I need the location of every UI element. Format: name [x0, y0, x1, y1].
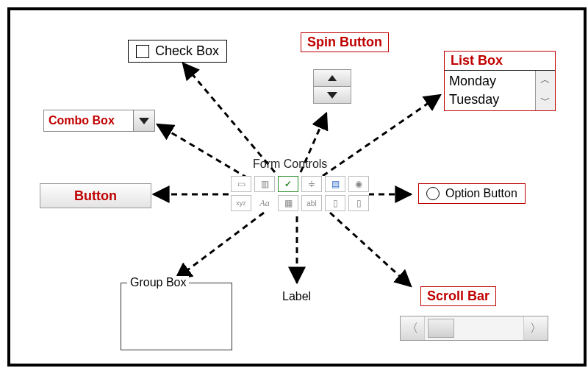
group-box-legend: Group Box — [127, 276, 189, 289]
checkbox-control[interactable]: Check Box — [128, 40, 227, 63]
svg-line-3 — [157, 124, 257, 183]
svg-line-0 — [183, 63, 275, 172]
svg-line-6 — [176, 213, 264, 279]
scroll-right-button[interactable]: 〉 — [524, 316, 548, 340]
radio-icon — [426, 187, 440, 200]
palette-option-icon[interactable]: ◉ — [348, 176, 369, 192]
palette-combobox-icon[interactable]: ▥ — [254, 176, 275, 192]
palette-checkbox-icon[interactable]: ✓ — [278, 176, 298, 192]
checkbox-label: Check Box — [155, 43, 219, 59]
listbox-control[interactable]: List Box Monday Tuesday ︿ ﹀ — [444, 51, 556, 111]
spin-button-label: Spin Button — [301, 32, 389, 52]
palette-groupbox-icon[interactable]: xyz — [231, 195, 251, 211]
palette-textfield-icon[interactable]: abl — [301, 195, 322, 211]
scroll-bar-control[interactable]: 〈 〉 — [400, 316, 548, 341]
button-label: Button — [74, 188, 117, 204]
button-control[interactable]: Button — [40, 183, 151, 208]
listbox-item[interactable]: Monday — [449, 72, 531, 91]
palette-label-icon[interactable]: Aa — [254, 195, 275, 211]
scroll-thumb[interactable] — [428, 319, 454, 338]
listbox-items: Monday Tuesday — [445, 71, 535, 110]
chevron-right-icon: 〉 — [530, 321, 542, 336]
form-controls-title: Form Controls — [253, 158, 327, 171]
label-text: Label — [282, 290, 311, 303]
chevron-down-icon: ﹀ — [540, 94, 551, 107]
svg-line-8 — [330, 213, 411, 286]
checkbox-icon — [136, 45, 149, 58]
palette-extra1-icon[interactable]: ▯ — [325, 195, 345, 211]
listbox-header: List Box — [445, 52, 555, 71]
palette-button-icon[interactable]: ▭ — [231, 176, 251, 192]
spin-down-button[interactable] — [314, 86, 351, 103]
listbox-scrollbar[interactable]: ︿ ﹀ — [535, 71, 555, 110]
svg-line-2 — [323, 95, 440, 176]
diagram-frame: Check Box Spin Button List Box Monday Tu… — [7, 7, 587, 367]
scroll-bar-label: Scroll Bar — [420, 286, 496, 306]
chevron-left-icon: 〈 — [406, 321, 418, 336]
combo-box-label: Combo Box — [44, 110, 133, 131]
form-controls-palette: ▭ ▥ ✓ ≑ ▤ ◉ xyz Aa ▦ abl ▯ ▯ — [231, 176, 369, 211]
scroll-track[interactable] — [424, 316, 524, 340]
triangle-down-icon — [327, 92, 337, 99]
palette-listbox-icon[interactable]: ▤ — [325, 176, 345, 192]
group-box-control: Group Box — [121, 283, 232, 350]
chevron-up-icon: ︿ — [540, 74, 551, 87]
spin-up-button[interactable] — [314, 70, 351, 86]
option-button-control[interactable]: Option Button — [418, 183, 526, 204]
option-button-label: Option Button — [445, 187, 517, 200]
spin-button-control[interactable] — [313, 69, 351, 104]
listbox-item[interactable]: Tuesday — [449, 91, 531, 109]
triangle-down-icon — [139, 118, 149, 124]
palette-extra2-icon[interactable]: ▯ — [348, 195, 369, 211]
combo-box-control[interactable]: Combo Box — [43, 110, 155, 132]
scroll-left-button[interactable]: 〈 — [401, 316, 424, 340]
combo-box-dropdown-button[interactable] — [133, 110, 154, 131]
triangle-up-icon — [328, 75, 337, 81]
palette-spin-icon[interactable]: ≑ — [301, 176, 322, 192]
palette-scrollbar-icon[interactable]: ▦ — [278, 195, 298, 211]
